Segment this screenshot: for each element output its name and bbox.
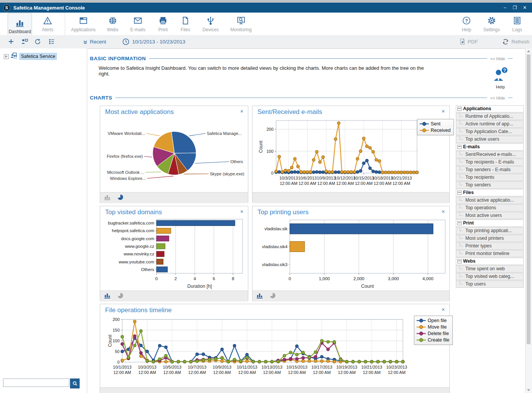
sidebar-chart-item[interactable]: Printer types: [456, 242, 524, 250]
module-emails[interactable]: E-mails: [123, 14, 152, 32]
search-button[interactable]: [70, 379, 80, 388]
search-input[interactable]: [3, 379, 69, 387]
svg-text:Others: Others: [230, 159, 243, 164]
logs-icon: [503, 14, 532, 26]
hide-toggle[interactable]: << Hide: [490, 56, 505, 61]
sidebar-chart-item[interactable]: Time spent on web: [456, 265, 524, 273]
line-chart[interactable]: 010020010/3/201312:00 AM10/6/201312:00 A…: [257, 117, 436, 195]
chart-panel-file-operations-timeline[interactable]: File operations timeline × 0501001502001…: [100, 304, 450, 393]
maximize-button[interactable]: ❐: [511, 4, 518, 11]
pie-view-toggle-icon[interactable]: [269, 294, 276, 300]
collapse-icon[interactable]: [457, 145, 462, 149]
expand-icon[interactable]: [4, 54, 9, 59]
svg-text:vladislav.sik3: vladislav.sik3: [262, 262, 288, 267]
module-applications[interactable]: Applications: [69, 14, 98, 32]
collapse-icon[interactable]: [457, 221, 462, 225]
sidebar-chart-item[interactable]: Top users: [456, 281, 524, 288]
toolbar-logs[interactable]: Logs: [503, 14, 532, 32]
sidebar-chart-item[interactable]: Print monitor timeline: [456, 250, 524, 257]
help-badge[interactable]: ? Help: [490, 67, 510, 89]
collapse-icon[interactable]: [457, 107, 462, 111]
svg-text:Duration [h]: Duration [h]: [187, 284, 212, 289]
module-monitoring[interactable]: Monitoring: [227, 14, 256, 32]
date-range[interactable]: 10/1/2013 - 10/23/2013: [132, 39, 185, 45]
minimize-button[interactable]: –: [502, 4, 508, 11]
sidebar-group-webs[interactable]: Webs: [456, 258, 524, 265]
collapse-icon[interactable]: [457, 259, 462, 263]
module-webs[interactable]: Webs: [98, 14, 127, 32]
tree-node-label[interactable]: Safetica Service: [19, 53, 57, 60]
dashboard-icon: [8, 13, 32, 28]
bar-view-toggle-icon[interactable]: [104, 294, 112, 300]
close-icon[interactable]: ×: [240, 108, 243, 114]
sidebar-chart-item[interactable]: Most active users: [456, 212, 524, 219]
svg-text:12:00 AM: 12:00 AM: [393, 181, 410, 186]
bar: [157, 267, 168, 272]
sidebar-chart-item[interactable]: Top operations: [456, 204, 524, 212]
sidebar-chart-item[interactable]: Top visited web categ...: [456, 273, 524, 280]
sidebar-chart-item[interactable]: Most used printers: [456, 235, 524, 242]
close-icon[interactable]: ×: [240, 209, 243, 215]
toolbar-settings[interactable]: Settings: [477, 14, 506, 32]
sidebar-group-applications[interactable]: Applications: [456, 105, 524, 112]
tree-list-icon[interactable]: [48, 38, 55, 47]
user-computer-icon[interactable]: [21, 38, 28, 47]
sidebar-chart-item[interactable]: Top recipients - E-mails: [456, 159, 524, 166]
sidebar-chart-item[interactable]: Most active applicatio...: [456, 197, 524, 204]
module-devices[interactable]: Devices: [196, 14, 225, 32]
pdf-icon[interactable]: [459, 38, 466, 47]
vertical-scrollbar[interactable]: [525, 48, 532, 393]
bar-chart[interactable]: 02468bugtracker.safetica.comhelpspot.saf…: [103, 218, 247, 292]
svg-text:12:00 AM: 12:00 AM: [263, 370, 281, 375]
tab-alerts[interactable]: Alerts: [33, 14, 62, 32]
sidebar-chart-item[interactable]: Top senders: [456, 181, 524, 189]
tree-node-safetica-service[interactable]: Safetica Service: [4, 53, 57, 60]
svg-text:2: 2: [174, 276, 177, 281]
scroll-up-icon[interactable]: [527, 50, 530, 52]
close-icon[interactable]: ×: [442, 108, 445, 114]
bar-view-toggle-icon[interactable]: [256, 294, 264, 300]
sidebar-chart-item[interactable]: Runtime of Applicatio...: [456, 113, 524, 120]
module-files[interactable]: Files: [171, 14, 200, 32]
refresh-button[interactable]: Refresh: [511, 39, 529, 45]
line-chart[interactable]: 05010015020010/1/201312:00 AM10/3/201312…: [108, 317, 412, 387]
sidebar-group-files[interactable]: Files: [456, 189, 524, 196]
sync-icon[interactable]: [34, 38, 41, 47]
sidebar-chart-item[interactable]: Top Application Cate...: [456, 128, 524, 135]
pdf-export-button[interactable]: PDF: [468, 39, 478, 45]
collapse-icon[interactable]: [457, 191, 462, 195]
close-icon[interactable]: ×: [442, 209, 445, 215]
chevron-double-down-icon[interactable]: [83, 39, 88, 46]
sidebar-chart-item[interactable]: Sent/Received e-mails...: [456, 151, 524, 158]
chart-panel-top-visited-domains[interactable]: Top visited domains × 02468bugtracker.sa…: [100, 206, 248, 301]
pie-view-toggle-icon[interactable]: [117, 294, 124, 300]
sidebar-group-print[interactable]: Print: [456, 220, 524, 227]
refresh-icon[interactable]: [502, 38, 509, 47]
bar-view-toggle-icon[interactable]: [104, 195, 112, 202]
chart-panel-most-active-applications[interactable]: Most active applications × Safetica Mana…: [100, 106, 248, 203]
sidebar-chart-item[interactable]: Top active users: [456, 136, 524, 143]
close-icon[interactable]: ×: [442, 306, 445, 313]
sidebar-chart-item[interactable]: Active runtime of app...: [456, 120, 524, 128]
tab-dashboard[interactable]: Dashboard: [8, 13, 32, 35]
bar-chart[interactable]: 01,0002,0003,0004,000vladislav.sikvladis…: [256, 218, 448, 292]
chart-panel-sent-received-emails[interactable]: Sent/Received e-mails × 010020010/3/2013…: [252, 106, 450, 203]
recent-dropdown[interactable]: Recent: [90, 39, 106, 45]
sidebar-chart-item[interactable]: Top printing applicati...: [456, 227, 524, 234]
svg-text:10/19/2013: 10/19/2013: [336, 365, 357, 369]
sidebar-group-e-mails[interactable]: E-mails: [456, 143, 524, 151]
close-button[interactable]: ✕: [521, 4, 528, 11]
svg-text:200: 200: [113, 317, 120, 322]
pie-chart[interactable]: Safetica Manage...OthersSkype (skype.exe…: [102, 117, 247, 193]
toolbar-help[interactable]: ? Help: [452, 14, 481, 32]
sidebar-chart-item[interactable]: Top senders - E-mails: [456, 166, 524, 173]
sidebar-chart-item[interactable]: Top recipients: [456, 174, 524, 181]
add-chart-icon[interactable]: [8, 38, 14, 47]
gear-icon: [477, 14, 506, 26]
svg-text:12:00 AM: 12:00 AM: [188, 370, 206, 375]
chart-panel-top-printing-users[interactable]: Top printing users × 01,0002,0003,0004,0…: [252, 206, 450, 301]
pie-view-toggle-icon[interactable]: [117, 195, 124, 202]
hide-toggle[interactable]: << Hide: [490, 96, 505, 100]
scrollbar-thumb[interactable]: [527, 55, 530, 344]
scroll-down-icon[interactable]: [527, 389, 530, 391]
